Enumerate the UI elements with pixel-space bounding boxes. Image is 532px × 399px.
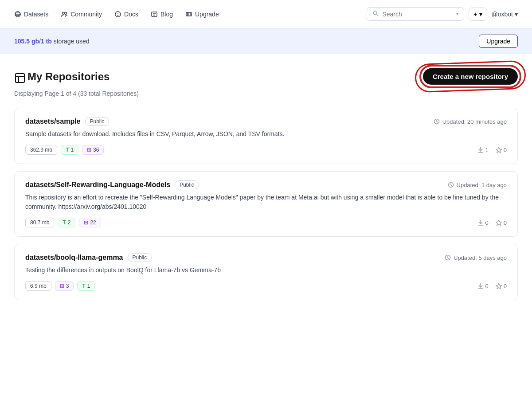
- nav-upgrade[interactable]: Upgrade: [185, 11, 219, 18]
- repo-meta: 80.7 mb T 2 ⊞ 22 0: [25, 218, 507, 227]
- search-input[interactable]: [382, 11, 444, 18]
- repo-tags: 80.7 mb T 2 ⊞ 22: [25, 218, 101, 227]
- upgrade-button[interactable]: Upgrade: [479, 35, 518, 48]
- grid-icon: ⊞: [84, 219, 88, 226]
- create-btn-wrapper: Create a new repository: [423, 68, 518, 85]
- repo-description: This repository is an effort to recreate…: [25, 193, 507, 211]
- storage-text: 105.5 gb/1 tb storage used: [14, 38, 90, 45]
- text-icon: T: [66, 147, 69, 153]
- star-count: 0: [504, 219, 507, 226]
- updated-info: Updated: 1 day ago: [448, 182, 507, 188]
- repo-description: Testing the differences in outputs on Bo…: [25, 266, 507, 275]
- grid-icon: ⊞: [60, 283, 64, 289]
- download-stat: 1: [477, 147, 489, 153]
- repo-name[interactable]: datasets/sample: [25, 117, 81, 125]
- star-icon: [496, 219, 502, 226]
- text-tag: T 1: [61, 145, 78, 155]
- repo-stats: 0 0: [477, 219, 507, 226]
- download-count: 0: [485, 283, 489, 289]
- nav-blog[interactable]: Blog: [151, 11, 173, 18]
- storage-used: 105.5 gb: [14, 38, 39, 45]
- create-repository-button[interactable]: Create a new repository: [423, 68, 518, 85]
- repo-name-row: datasets/sample Public: [25, 117, 109, 126]
- docs-icon: [114, 11, 121, 18]
- svg-point-7: [118, 15, 118, 16]
- datasets-label: Datasets: [24, 11, 48, 18]
- repo-card: datasets/Self-Rewarding-Language-Models …: [14, 171, 518, 237]
- plus-icon: +: [473, 11, 477, 18]
- repo-meta: 6.9 mb ⊞ 3 T 1 0: [25, 281, 507, 291]
- nav-links: Datasets Community Docs: [14, 11, 219, 18]
- repo-card: datasets/sample Public Updated: 20 minut…: [14, 108, 518, 164]
- plus-button[interactable]: + ▾: [469, 8, 487, 21]
- plus-dropdown-icon: ▾: [479, 11, 482, 18]
- repo-tags: 6.9 mb ⊞ 3 T 1: [25, 281, 95, 291]
- nav-docs[interactable]: Docs: [114, 11, 138, 18]
- text-tag: T 1: [77, 281, 95, 291]
- page-header: My Repositories Create a new repository: [14, 68, 518, 85]
- updated-info: Updated: 20 minutes ago: [434, 118, 507, 125]
- search-box[interactable]: ▾: [367, 7, 464, 21]
- nav-community[interactable]: Community: [61, 11, 102, 18]
- repo-card-header: datasets/boolq-llama-gemma Public Update…: [25, 253, 507, 262]
- community-icon: [61, 11, 68, 18]
- grid-tag: ⊞ 36: [82, 145, 104, 155]
- star-count: 0: [504, 147, 507, 153]
- repo-stats: 1 0: [477, 147, 507, 153]
- download-stat: 0: [477, 283, 489, 289]
- star-icon: [496, 147, 502, 153]
- svg-marker-27: [496, 220, 501, 225]
- datasets-icon: [14, 11, 21, 18]
- svg-rect-8: [152, 12, 157, 16]
- repo-meta: 362.9 mb T 1 ⊞ 36 1: [25, 145, 507, 155]
- updated-text: Updated: 5 days ago: [454, 254, 507, 261]
- size-tag: 362.9 mb: [25, 145, 57, 155]
- download-count: 0: [485, 219, 489, 226]
- main-content: My Repositories Create a new repository …: [0, 54, 532, 307]
- nav-right: ▾ + ▾ @oxbot ▾: [367, 7, 518, 21]
- upgrade-icon: [185, 11, 192, 18]
- svg-point-4: [65, 12, 67, 14]
- docs-label: Docs: [124, 11, 138, 18]
- download-icon: [477, 219, 484, 226]
- updated-text: Updated: 1 day ago: [457, 182, 507, 188]
- community-label: Community: [70, 11, 102, 18]
- blog-label: Blog: [160, 11, 173, 18]
- storage-banner: 105.5 gb/1 tb storage used Upgrade: [0, 28, 532, 54]
- repo-name[interactable]: datasets/boolq-llama-gemma: [25, 254, 123, 262]
- visibility-badge: Public: [85, 117, 110, 126]
- search-chevron-icon: ▾: [456, 12, 458, 16]
- grid-tag: ⊞ 22: [79, 218, 101, 227]
- page-title: My Repositories: [14, 70, 110, 83]
- text-icon: T: [63, 219, 66, 226]
- download-count: 1: [485, 147, 489, 153]
- download-icon: [477, 147, 484, 153]
- repo-description: Sample datasets for download. Includes f…: [25, 129, 507, 139]
- repo-stats: 0 0: [477, 283, 507, 289]
- clock-icon: [448, 182, 454, 188]
- page-subtitle: Displaying Page 1 of 4 (33 total Reposit…: [14, 90, 518, 97]
- clock-icon: [434, 118, 440, 125]
- svg-point-15: [373, 11, 377, 15]
- user-menu[interactable]: @oxbot ▾: [492, 11, 518, 18]
- navbar: Datasets Community Docs: [0, 0, 532, 28]
- blog-icon: [151, 11, 158, 18]
- repositories-icon: [14, 72, 23, 81]
- nav-datasets[interactable]: Datasets: [14, 11, 48, 18]
- repository-list: datasets/sample Public Updated: 20 minut…: [14, 108, 518, 307]
- upgrade-nav-label: Upgrade: [195, 11, 219, 18]
- svg-marker-31: [496, 283, 501, 289]
- svg-line-16: [377, 15, 379, 16]
- grid-tag: ⊞ 3: [55, 281, 74, 291]
- repo-name-row: datasets/boolq-llama-gemma Public: [25, 253, 152, 262]
- text-tag: T 2: [58, 218, 75, 227]
- updated-text: Updated: 20 minutes ago: [442, 118, 507, 125]
- visibility-badge: Public: [175, 180, 199, 189]
- star-stat: 0: [496, 283, 507, 289]
- size-tag: 80.7 mb: [25, 218, 54, 227]
- repo-name[interactable]: datasets/Self-Rewarding-Language-Models: [25, 181, 170, 189]
- size-tag: 6.9 mb: [25, 281, 51, 291]
- svg-marker-23: [496, 147, 501, 153]
- clock-icon: [445, 254, 451, 261]
- user-label: @oxbot: [492, 11, 513, 18]
